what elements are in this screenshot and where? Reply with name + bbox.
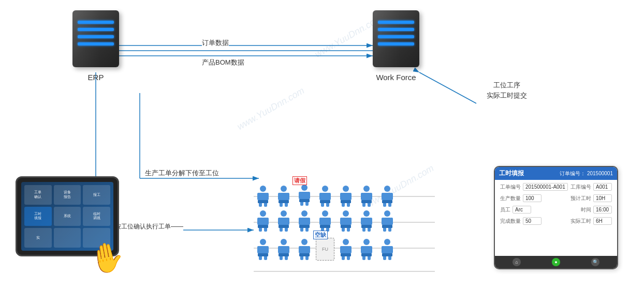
- worker-row-2: [254, 209, 397, 232]
- svg-rect-136: [299, 253, 310, 256]
- worker-icon: [274, 238, 293, 261]
- svg-rect-69: [257, 218, 260, 225]
- svg-rect-62: [382, 193, 385, 200]
- production-order-label: 生产工单分解下传至工位: [145, 169, 219, 178]
- svg-rect-147: [369, 246, 372, 253]
- svg-rect-34: [299, 192, 302, 199]
- svg-rect-90: [319, 218, 323, 225]
- field-estimated: 预计工时 10H: [570, 194, 612, 202]
- svg-point-137: [343, 239, 349, 245]
- worktime-row-4: 完成数量 50 实际工时 6H: [500, 217, 612, 225]
- svg-rect-150: [361, 253, 372, 256]
- worker-row-1: 请假: [254, 184, 397, 208]
- worktime-row-1: 工单编号 201500001-A001 工库编号 A001: [500, 183, 612, 191]
- tablet-btn-extra1[interactable]: 实: [24, 228, 52, 248]
- svg-rect-112: [390, 218, 393, 225]
- svg-point-116: [260, 239, 266, 245]
- svg-rect-20: [257, 193, 260, 200]
- svg-rect-157: [382, 253, 392, 256]
- erp-label: ERP: [88, 73, 104, 82]
- tablet-screen: 工单确认 设备报告 报工 工时填报 系统 临时调视 实: [21, 182, 113, 251]
- tablet-btn-device-report[interactable]: 设备报告: [54, 185, 81, 205]
- worker-icon: [254, 238, 272, 261]
- svg-rect-111: [382, 218, 385, 225]
- svg-rect-28: [286, 193, 289, 200]
- svg-point-81: [301, 210, 308, 217]
- worker-icon: [378, 185, 397, 207]
- svg-rect-77: [286, 218, 289, 225]
- svg-rect-139: [340, 246, 343, 253]
- svg-point-74: [281, 210, 287, 217]
- svg-rect-76: [278, 218, 281, 225]
- field-workstation: 工库编号 A001: [570, 183, 612, 191]
- tablet-btn-work-time[interactable]: 工时填报: [24, 207, 52, 226]
- tablet-btn-work-confirm[interactable]: 工单确认: [24, 185, 52, 205]
- tablet-body: 工单确认 设备报告 报工 工时填报 系统 临时调视 实: [16, 176, 119, 256]
- svg-rect-48: [340, 193, 343, 200]
- svg-rect-24: [258, 200, 268, 203]
- worker-icon: [295, 209, 314, 232]
- workforce-label: Work Force: [376, 73, 416, 82]
- svg-rect-105: [369, 218, 372, 225]
- footer-search-icon[interactable]: 🔍: [591, 258, 599, 266]
- tablet-btn-view[interactable]: 临时调视: [83, 207, 110, 226]
- footer-home-icon[interactable]: ⌂: [513, 258, 521, 266]
- svg-rect-91: [328, 218, 331, 225]
- worker-icon: [378, 238, 397, 261]
- worker-row-3: FU 空缺: [254, 238, 397, 261]
- worker-icon: [274, 209, 293, 232]
- svg-rect-143: [341, 253, 351, 256]
- worker-icon: [274, 185, 293, 207]
- worker-icon: [336, 185, 355, 207]
- field-time: 时间 16:00: [581, 206, 612, 213]
- field-worker: 员工 Arc: [500, 206, 531, 213]
- svg-point-25: [281, 186, 287, 192]
- svg-rect-66: [382, 200, 392, 203]
- watermark-2: www.YuuDnn.com: [236, 85, 306, 132]
- erp-server: ERP: [72, 10, 119, 67]
- svg-rect-35: [307, 192, 310, 199]
- worker-with-status: 请假: [295, 184, 314, 208]
- svg-rect-101: [341, 225, 351, 228]
- svg-rect-118: [257, 246, 260, 253]
- kongque-badge: 空缺: [313, 231, 328, 239]
- field-actual-qty: 完成数量 50: [500, 217, 541, 225]
- worker-icon: [316, 185, 334, 207]
- svg-rect-83: [299, 218, 302, 225]
- worker-empty-slot: FU 空缺: [316, 238, 334, 261]
- tablet-device: 工单确认 设备报告 报工 工时填报 系统 临时调视 实 🤚: [16, 176, 119, 259]
- worktime-header: 工时填报 订单编号： 201500001: [495, 167, 617, 180]
- tablet-btn-report-work[interactable]: 报工: [83, 185, 110, 205]
- svg-point-39: [322, 186, 328, 192]
- worker-icon: [316, 209, 334, 232]
- order-data-label: 订单数据: [202, 38, 229, 48]
- workforce-server: Work Force: [373, 10, 419, 67]
- svg-rect-94: [320, 225, 330, 228]
- svg-rect-146: [361, 246, 364, 253]
- svg-rect-108: [361, 225, 372, 228]
- svg-rect-45: [320, 200, 330, 203]
- bom-data-label: 产品BOM数据: [202, 58, 244, 67]
- workstation-submit-label: 工位工序实际工时提交: [487, 80, 527, 100]
- svg-rect-31: [279, 200, 289, 203]
- tablet-btn-system[interactable]: 系统: [54, 207, 81, 226]
- svg-point-32: [301, 185, 308, 191]
- svg-point-46: [343, 186, 349, 192]
- svg-rect-73: [258, 225, 268, 228]
- svg-point-144: [363, 239, 370, 245]
- worker-icon: [378, 209, 397, 232]
- svg-rect-125: [278, 246, 281, 253]
- worktime-panel: 工时填报 订单编号： 201500001 工单编号 201500001-A001…: [494, 166, 618, 269]
- svg-rect-55: [361, 193, 364, 200]
- worker-icon: [357, 209, 376, 232]
- qingjia-badge: 请假: [292, 176, 307, 185]
- svg-rect-98: [348, 218, 352, 225]
- svg-point-102: [363, 210, 370, 217]
- svg-rect-126: [286, 246, 289, 253]
- field-actual-hours: 实际工时 6H: [570, 217, 612, 225]
- footer-ok-icon[interactable]: ●: [552, 258, 560, 266]
- worktime-row-3: 员工 Arc 时间 16:00: [500, 206, 612, 213]
- worker-icon: [357, 185, 376, 207]
- svg-rect-153: [382, 246, 385, 253]
- svg-point-60: [384, 186, 390, 192]
